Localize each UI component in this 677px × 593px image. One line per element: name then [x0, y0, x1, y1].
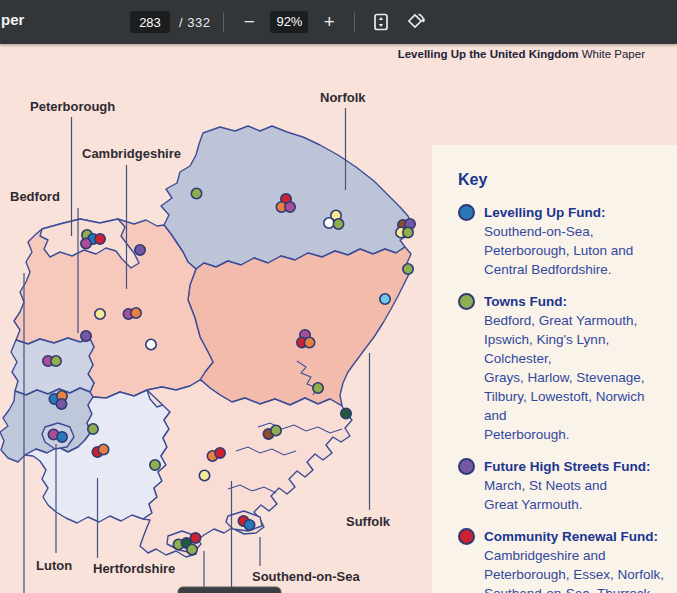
fund-dot-red — [215, 448, 225, 458]
fund-dot-green — [403, 227, 413, 237]
key-entry-places: Bedford, Great Yarmouth, Ipswich, King's… — [484, 311, 667, 444]
map-region-label: Southend-on-Sea — [252, 569, 360, 584]
fund-dot-green — [271, 425, 281, 435]
map-canvas — [0, 44, 440, 593]
fund-dot-blue — [244, 520, 254, 530]
pdf-toolbar: per / 332 − 92% + — [0, 0, 677, 44]
map-region-label: Suffolk — [346, 514, 390, 529]
document-subtitle: White Paper — [579, 48, 645, 60]
key-entry-places: Cambridgeshire and Peterborough, Essex, … — [484, 546, 664, 593]
fund-dot-green — [51, 356, 61, 366]
fund-dot-magenta — [285, 202, 295, 212]
london-dark-box — [178, 587, 281, 593]
page-total-label: / 332 — [179, 15, 210, 30]
map-region-label: Norfolk — [320, 90, 366, 105]
key-entry-places: Southend-on-Sea, Peterborough, Luton and… — [484, 222, 633, 279]
zoom-level-input[interactable]: 92% — [270, 11, 308, 33]
map-region-label: Peterborough — [30, 99, 115, 114]
key-entry-label: Levelling Up Fund: — [484, 203, 633, 222]
zoom-in-button[interactable]: + — [317, 8, 341, 36]
fund-dot-orange — [131, 308, 141, 318]
fund-dot-green — [333, 219, 343, 229]
fund-dot-purple — [56, 399, 66, 409]
toolbar-controls: / 332 − 92% + — [130, 0, 429, 44]
pdf-page: Levelling Up the United Kingdom White Pa… — [0, 44, 677, 593]
key-entry-label: Towns Fund: — [484, 292, 667, 311]
fund-dot-green — [313, 383, 323, 393]
fund-dot-red — [190, 533, 200, 543]
document-filename-fragment: per — [1, 11, 24, 28]
key-color-dot — [458, 528, 475, 545]
rotate-icon — [405, 11, 427, 33]
key-color-dot — [458, 458, 475, 475]
fund-dot-darkgreen — [341, 408, 351, 418]
zoom-out-button[interactable]: − — [237, 8, 261, 36]
fit-to-page-icon — [371, 12, 391, 32]
fund-dot-lightblue — [380, 294, 390, 304]
fund-dot-magenta — [81, 238, 91, 248]
fund-dot-yellow — [199, 470, 209, 480]
fund-dot-orange — [98, 444, 108, 454]
fit-to-page-button[interactable] — [368, 9, 394, 35]
toolbar-divider — [354, 12, 355, 32]
rotate-button[interactable] — [403, 9, 429, 35]
key-list: Levelling Up Fund:Southend-on-Sea, Peter… — [458, 203, 667, 593]
fund-dot-orange — [304, 337, 314, 347]
fund-dot-green — [150, 460, 160, 470]
fund-dot-white — [146, 339, 156, 349]
map-region-label: Bedford — [10, 189, 60, 204]
fund-dot-purple — [135, 245, 145, 255]
fund-dot-green — [403, 264, 413, 274]
fund-dot-blue — [57, 432, 67, 442]
key-panel: Key Levelling Up Fund:Southend-on-Sea, P… — [432, 145, 677, 593]
key-entry-label: Community Renewal Fund: — [484, 527, 664, 546]
fund-dot-yellow — [95, 309, 105, 319]
key-title: Key — [458, 171, 667, 189]
region-suffolk — [188, 247, 411, 406]
map-region-label: Cambridgeshire — [82, 146, 181, 161]
key-color-dot — [458, 293, 475, 310]
fund-dot-purple — [81, 331, 91, 341]
key-entry: Levelling Up Fund:Southend-on-Sea, Peter… — [458, 203, 667, 279]
fund-dot-green — [191, 188, 201, 198]
key-entry: Towns Fund:Bedford, Great Yarmouth, Ipsw… — [458, 292, 667, 444]
fund-dot-red — [95, 234, 105, 244]
fund-dot-green — [88, 424, 98, 434]
east-of-england-map: PeterboroughCambridgeshireBedfordNorfolk… — [0, 44, 440, 593]
key-entry: Future High Streets Fund:March, St Neots… — [458, 457, 667, 514]
toolbar-divider — [223, 12, 224, 32]
map-region-label: Luton — [36, 558, 72, 573]
key-entry-places: March, St Neots and Great Yarmouth. — [484, 476, 651, 514]
map-region-label: Hertfordshire — [93, 561, 175, 576]
key-entry: Community Renewal Fund:Cambridgeshire an… — [458, 527, 667, 593]
fund-dot-green — [187, 544, 197, 554]
key-entry-label: Future High Streets Fund: — [484, 457, 651, 476]
key-color-dot — [458, 204, 475, 221]
page-number-input[interactable] — [130, 11, 170, 33]
